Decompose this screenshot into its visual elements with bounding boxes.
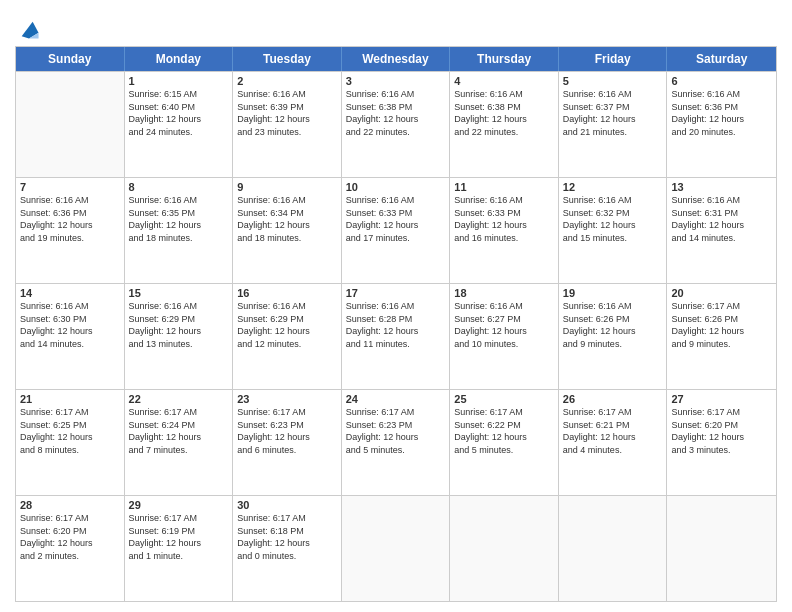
day-number: 11	[454, 181, 554, 193]
day-number: 2	[237, 75, 337, 87]
day-number: 17	[346, 287, 446, 299]
calendar-cell: 15Sunrise: 6:16 AM Sunset: 6:29 PM Dayli…	[125, 284, 234, 389]
day-number: 1	[129, 75, 229, 87]
header	[15, 10, 777, 40]
day-number: 18	[454, 287, 554, 299]
calendar-cell: 17Sunrise: 6:16 AM Sunset: 6:28 PM Dayli…	[342, 284, 451, 389]
logo	[15, 14, 40, 40]
day-number: 28	[20, 499, 120, 511]
day-number: 27	[671, 393, 772, 405]
day-info: Sunrise: 6:16 AM Sunset: 6:27 PM Dayligh…	[454, 300, 554, 350]
weekday-header: Friday	[559, 47, 668, 71]
day-number: 24	[346, 393, 446, 405]
day-number: 21	[20, 393, 120, 405]
day-info: Sunrise: 6:16 AM Sunset: 6:30 PM Dayligh…	[20, 300, 120, 350]
calendar-cell: 21Sunrise: 6:17 AM Sunset: 6:25 PM Dayli…	[16, 390, 125, 495]
day-number: 7	[20, 181, 120, 193]
day-info: Sunrise: 6:16 AM Sunset: 6:36 PM Dayligh…	[671, 88, 772, 138]
calendar-cell: 12Sunrise: 6:16 AM Sunset: 6:32 PM Dayli…	[559, 178, 668, 283]
day-info: Sunrise: 6:16 AM Sunset: 6:35 PM Dayligh…	[129, 194, 229, 244]
calendar-cell: 14Sunrise: 6:16 AM Sunset: 6:30 PM Dayli…	[16, 284, 125, 389]
calendar-row: 1Sunrise: 6:15 AM Sunset: 6:40 PM Daylig…	[16, 71, 776, 177]
calendar-cell: 24Sunrise: 6:17 AM Sunset: 6:23 PM Dayli…	[342, 390, 451, 495]
day-number: 6	[671, 75, 772, 87]
calendar-cell: 30Sunrise: 6:17 AM Sunset: 6:18 PM Dayli…	[233, 496, 342, 601]
calendar-cell: 13Sunrise: 6:16 AM Sunset: 6:31 PM Dayli…	[667, 178, 776, 283]
page: SundayMondayTuesdayWednesdayThursdayFrid…	[0, 0, 792, 612]
calendar-cell	[667, 496, 776, 601]
day-info: Sunrise: 6:17 AM Sunset: 6:23 PM Dayligh…	[237, 406, 337, 456]
day-number: 15	[129, 287, 229, 299]
calendar-cell: 20Sunrise: 6:17 AM Sunset: 6:26 PM Dayli…	[667, 284, 776, 389]
calendar-cell: 23Sunrise: 6:17 AM Sunset: 6:23 PM Dayli…	[233, 390, 342, 495]
day-number: 26	[563, 393, 663, 405]
calendar-cell: 28Sunrise: 6:17 AM Sunset: 6:20 PM Dayli…	[16, 496, 125, 601]
day-number: 10	[346, 181, 446, 193]
day-info: Sunrise: 6:17 AM Sunset: 6:23 PM Dayligh…	[346, 406, 446, 456]
day-info: Sunrise: 6:17 AM Sunset: 6:21 PM Dayligh…	[563, 406, 663, 456]
calendar-row: 14Sunrise: 6:16 AM Sunset: 6:30 PM Dayli…	[16, 283, 776, 389]
day-info: Sunrise: 6:17 AM Sunset: 6:22 PM Dayligh…	[454, 406, 554, 456]
calendar-cell: 18Sunrise: 6:16 AM Sunset: 6:27 PM Dayli…	[450, 284, 559, 389]
day-info: Sunrise: 6:16 AM Sunset: 6:36 PM Dayligh…	[20, 194, 120, 244]
day-number: 30	[237, 499, 337, 511]
weekday-header: Tuesday	[233, 47, 342, 71]
calendar-cell: 6Sunrise: 6:16 AM Sunset: 6:36 PM Daylig…	[667, 72, 776, 177]
day-info: Sunrise: 6:16 AM Sunset: 6:33 PM Dayligh…	[346, 194, 446, 244]
calendar-row: 21Sunrise: 6:17 AM Sunset: 6:25 PM Dayli…	[16, 389, 776, 495]
day-number: 13	[671, 181, 772, 193]
calendar: SundayMondayTuesdayWednesdayThursdayFrid…	[15, 46, 777, 602]
day-number: 23	[237, 393, 337, 405]
day-info: Sunrise: 6:16 AM Sunset: 6:33 PM Dayligh…	[454, 194, 554, 244]
calendar-cell: 7Sunrise: 6:16 AM Sunset: 6:36 PM Daylig…	[16, 178, 125, 283]
day-number: 16	[237, 287, 337, 299]
calendar-cell: 5Sunrise: 6:16 AM Sunset: 6:37 PM Daylig…	[559, 72, 668, 177]
calendar-cell	[342, 496, 451, 601]
day-info: Sunrise: 6:17 AM Sunset: 6:26 PM Dayligh…	[671, 300, 772, 350]
calendar-row: 7Sunrise: 6:16 AM Sunset: 6:36 PM Daylig…	[16, 177, 776, 283]
day-info: Sunrise: 6:16 AM Sunset: 6:32 PM Dayligh…	[563, 194, 663, 244]
calendar-cell: 4Sunrise: 6:16 AM Sunset: 6:38 PM Daylig…	[450, 72, 559, 177]
day-number: 14	[20, 287, 120, 299]
calendar-cell: 22Sunrise: 6:17 AM Sunset: 6:24 PM Dayli…	[125, 390, 234, 495]
day-number: 29	[129, 499, 229, 511]
day-number: 25	[454, 393, 554, 405]
day-number: 22	[129, 393, 229, 405]
day-info: Sunrise: 6:17 AM Sunset: 6:18 PM Dayligh…	[237, 512, 337, 562]
calendar-cell: 29Sunrise: 6:17 AM Sunset: 6:19 PM Dayli…	[125, 496, 234, 601]
day-number: 9	[237, 181, 337, 193]
calendar-cell: 26Sunrise: 6:17 AM Sunset: 6:21 PM Dayli…	[559, 390, 668, 495]
calendar-cell	[16, 72, 125, 177]
calendar-row: 28Sunrise: 6:17 AM Sunset: 6:20 PM Dayli…	[16, 495, 776, 601]
calendar-cell: 19Sunrise: 6:16 AM Sunset: 6:26 PM Dayli…	[559, 284, 668, 389]
calendar-cell: 10Sunrise: 6:16 AM Sunset: 6:33 PM Dayli…	[342, 178, 451, 283]
day-info: Sunrise: 6:16 AM Sunset: 6:34 PM Dayligh…	[237, 194, 337, 244]
day-info: Sunrise: 6:17 AM Sunset: 6:19 PM Dayligh…	[129, 512, 229, 562]
weekday-header: Monday	[125, 47, 234, 71]
calendar-body: 1Sunrise: 6:15 AM Sunset: 6:40 PM Daylig…	[16, 71, 776, 601]
calendar-cell: 1Sunrise: 6:15 AM Sunset: 6:40 PM Daylig…	[125, 72, 234, 177]
logo-icon	[18, 18, 40, 40]
weekday-header: Saturday	[667, 47, 776, 71]
calendar-cell: 2Sunrise: 6:16 AM Sunset: 6:39 PM Daylig…	[233, 72, 342, 177]
day-number: 20	[671, 287, 772, 299]
day-number: 8	[129, 181, 229, 193]
day-info: Sunrise: 6:16 AM Sunset: 6:37 PM Dayligh…	[563, 88, 663, 138]
day-info: Sunrise: 6:15 AM Sunset: 6:40 PM Dayligh…	[129, 88, 229, 138]
day-number: 19	[563, 287, 663, 299]
day-info: Sunrise: 6:17 AM Sunset: 6:24 PM Dayligh…	[129, 406, 229, 456]
calendar-cell	[450, 496, 559, 601]
calendar-cell: 11Sunrise: 6:16 AM Sunset: 6:33 PM Dayli…	[450, 178, 559, 283]
day-number: 12	[563, 181, 663, 193]
day-info: Sunrise: 6:16 AM Sunset: 6:38 PM Dayligh…	[346, 88, 446, 138]
weekday-header: Wednesday	[342, 47, 451, 71]
day-number: 5	[563, 75, 663, 87]
day-number: 4	[454, 75, 554, 87]
weekday-header: Thursday	[450, 47, 559, 71]
day-info: Sunrise: 6:16 AM Sunset: 6:31 PM Dayligh…	[671, 194, 772, 244]
calendar-cell: 16Sunrise: 6:16 AM Sunset: 6:29 PM Dayli…	[233, 284, 342, 389]
day-info: Sunrise: 6:16 AM Sunset: 6:38 PM Dayligh…	[454, 88, 554, 138]
day-info: Sunrise: 6:16 AM Sunset: 6:39 PM Dayligh…	[237, 88, 337, 138]
day-info: Sunrise: 6:17 AM Sunset: 6:20 PM Dayligh…	[671, 406, 772, 456]
calendar-cell: 25Sunrise: 6:17 AM Sunset: 6:22 PM Dayli…	[450, 390, 559, 495]
